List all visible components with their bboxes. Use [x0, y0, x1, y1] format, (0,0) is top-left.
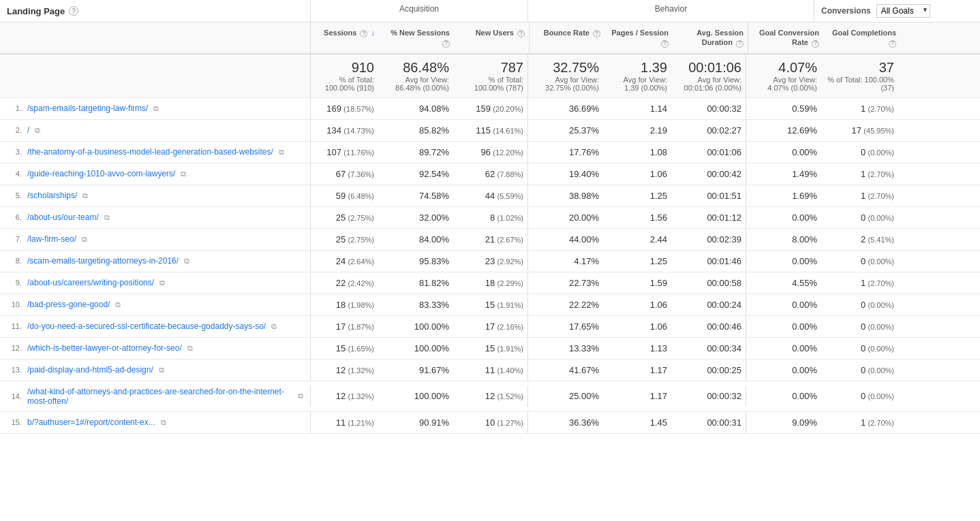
cell-new-sessions: 100.00%: [378, 338, 453, 359]
all-goals-wrapper[interactable]: All Goals ▾: [876, 4, 930, 18]
row-number: 9.: [7, 279, 22, 287]
totals-new-users: 787 % of Total: 100.00% (787): [453, 54, 528, 97]
col-header-goal-completions[interactable]: Goal Completions ?: [823, 22, 900, 53]
copy-icon[interactable]: ⧉: [82, 235, 87, 244]
copy-icon[interactable]: ⧉: [82, 191, 88, 200]
copy-icon[interactable]: ⧉: [184, 257, 189, 266]
acquisition-group-label: Acquisition: [310, 0, 528, 22]
cell-sessions: 24 (2.64%): [310, 251, 378, 272]
table-row: 7. /law-firm-seo/ ⧉ 25 (2.75%) 84.00% 21…: [0, 229, 980, 251]
landing-page-link[interactable]: /about-us/our-team/: [27, 212, 99, 222]
cell-sessions: 15 (1.65%): [310, 338, 378, 359]
cell-goal-completions: 0 (0.00%): [821, 251, 898, 272]
cell-landing-page: 9. /about-us/careers/writing-positions/ …: [0, 272, 310, 293]
table-row: 10. /bad-press-gone-good/ ⧉ 18 (1.98%) 8…: [0, 294, 980, 316]
copy-icon[interactable]: ⧉: [271, 322, 277, 331]
totals-sessions: 910 % of Total: 100.00% (910): [310, 54, 378, 97]
help-icon[interactable]: ?: [593, 30, 600, 37]
cell-bounce-rate: 36.69%: [528, 98, 603, 119]
landing-page-link[interactable]: /bad-press-gone-good/: [27, 300, 110, 309]
cell-landing-page: 3. /the-anatomy-of-a-business-model-lead…: [0, 142, 310, 162]
row-number: 5.: [7, 191, 22, 200]
cell-avg-session: 00:01:12: [671, 207, 746, 228]
column-headers-row: Sessions ? ↓ % New Sessions ? New Users …: [0, 22, 980, 54]
col-header-sessions[interactable]: Sessions ? ↓: [311, 22, 379, 53]
col-header-pages-session[interactable]: Pages / Session ?: [604, 22, 673, 53]
cell-new-users: 10 (1.27%): [453, 412, 528, 433]
landing-page-link[interactable]: /law-firm-seo/: [27, 234, 76, 244]
cell-goal-conv-rate: 4.55%: [746, 272, 821, 294]
cell-new-sessions: 95.83%: [378, 251, 453, 272]
copy-icon[interactable]: ⧉: [181, 170, 186, 178]
help-icon[interactable]: ?: [812, 40, 819, 48]
cell-landing-page: 12. /which-is-better-lawyer-or-attorney-…: [0, 338, 310, 358]
copy-icon[interactable]: ⧉: [298, 392, 303, 400]
landing-page-link[interactable]: /what-kind-of-attorneys-and-practices-ar…: [27, 387, 292, 406]
landing-page-link[interactable]: /the-anatomy-of-a-business-model-lead-ge…: [27, 147, 273, 157]
cell-bounce-rate: 44.00%: [528, 229, 603, 250]
cell-new-users: 21 (2.67%): [453, 229, 528, 250]
cell-goal-conv-rate: 0.00%: [746, 251, 821, 272]
totals-goal-completions: 37 % of Total: 100.00% (37): [821, 54, 898, 97]
landing-page-link[interactable]: /: [27, 125, 29, 135]
table-row: 4. /guide-reaching-1010-avvo-com-lawyers…: [0, 163, 980, 185]
help-icon[interactable]: ?: [889, 40, 896, 48]
cell-new-users: 17 (2.16%): [453, 316, 528, 337]
copy-icon[interactable]: ⧉: [104, 213, 110, 222]
help-icon[interactable]: ?: [661, 40, 669, 48]
cell-sessions: 18 (1.98%): [310, 294, 378, 315]
copy-icon[interactable]: ⧉: [159, 366, 164, 375]
landing-page-link[interactable]: /which-is-better-lawyer-or-attorney-for-…: [27, 343, 182, 353]
landing-page-link[interactable]: /do-you-need-a-secured-ssl-certificate-b…: [27, 321, 266, 331]
copy-icon[interactable]: ⧉: [159, 279, 165, 287]
help-icon[interactable]: ?: [69, 6, 78, 16]
cell-sessions: 169 (18.57%): [310, 98, 378, 119]
row-number: 14.: [7, 392, 22, 400]
cell-goal-conv-rate: 12.69%: [746, 120, 821, 141]
cell-bounce-rate: 19.40%: [528, 163, 603, 185]
col-header-avg-session[interactable]: Avg. Session Duration ?: [673, 22, 748, 53]
copy-icon[interactable]: ⧉: [279, 148, 284, 157]
cell-pages-session: 1.59: [603, 272, 671, 294]
sort-desc-icon[interactable]: ↓: [371, 29, 376, 37]
cell-sessions: 11 (1.21%): [310, 412, 378, 433]
col-header-goal-conv-rate[interactable]: Goal Conversion Rate ?: [748, 22, 823, 53]
cell-pages-session: 1.45: [603, 412, 671, 433]
cell-pages-session: 1.25: [603, 251, 671, 272]
cell-goal-completions: 1 (2.70%): [821, 185, 898, 206]
copy-icon[interactable]: ⧉: [161, 418, 166, 427]
col-header-new-users[interactable]: New Users ?: [454, 22, 529, 53]
cell-new-sessions: 84.00%: [378, 229, 453, 250]
cell-goal-completions: 1 (2.70%): [821, 412, 898, 433]
copy-icon[interactable]: ⧉: [153, 104, 159, 113]
landing-page-link[interactable]: /scam-emails-targeting-attorneys-in-2016…: [27, 256, 179, 266]
landing-page-link[interactable]: /scholarships/: [27, 191, 77, 200]
landing-page-link[interactable]: /about-us/careers/writing-positions/: [27, 278, 154, 287]
copy-icon[interactable]: ⧉: [115, 300, 121, 309]
table-row: 11. /do-you-need-a-secured-ssl-certifica…: [0, 316, 980, 338]
cell-bounce-rate: 22.22%: [528, 294, 603, 315]
cell-landing-page: 13. /paid-display-and-html5-ad-design/ ⧉: [0, 360, 310, 380]
copy-icon[interactable]: ⧉: [187, 344, 193, 353]
help-icon[interactable]: ?: [442, 40, 450, 48]
cell-sessions: 12 (1.32%): [310, 385, 378, 407]
landing-page-link[interactable]: /spam-emails-targeting-law-firms/: [27, 104, 148, 113]
cell-new-users: 12 (1.52%): [453, 385, 528, 407]
cell-pages-session: 1.14: [603, 98, 671, 119]
cell-goal-conv-rate: 0.59%: [746, 98, 821, 119]
cell-new-sessions: 85.82%: [378, 120, 453, 141]
col-header-new-sessions[interactable]: % New Sessions ?: [379, 22, 454, 53]
cell-landing-page: 2. / ⧉: [0, 120, 310, 140]
cell-avg-session: 00:02:27: [671, 120, 746, 141]
landing-page-link[interactable]: /guide-reaching-1010-avvo-com-lawyers/: [27, 169, 175, 178]
cell-new-sessions: 100.00%: [378, 316, 453, 337]
help-icon[interactable]: ?: [736, 40, 744, 48]
copy-icon[interactable]: ⧉: [35, 126, 40, 135]
help-icon[interactable]: ?: [360, 30, 367, 37]
landing-page-link[interactable]: /paid-display-and-html5-ad-design/: [27, 365, 153, 375]
cell-avg-session: 00:00:34: [671, 338, 746, 359]
landing-page-link[interactable]: b/?authuser=1#/report/content-ex...: [27, 417, 155, 427]
all-goals-select[interactable]: All Goals: [876, 4, 930, 18]
col-header-bounce-rate[interactable]: Bounce Rate ?: [530, 22, 604, 53]
help-icon[interactable]: ?: [517, 30, 525, 37]
